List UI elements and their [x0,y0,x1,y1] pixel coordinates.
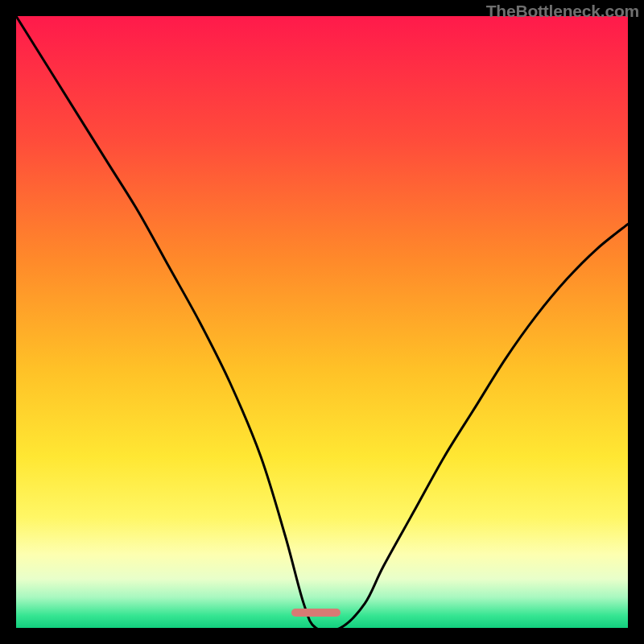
chart-frame: TheBottleneck.com [0,0,644,644]
plot-area [16,16,628,628]
bottleneck-curve [16,16,628,628]
optimal-marker [291,609,341,617]
watermark-text: TheBottleneck.com [486,2,639,21]
